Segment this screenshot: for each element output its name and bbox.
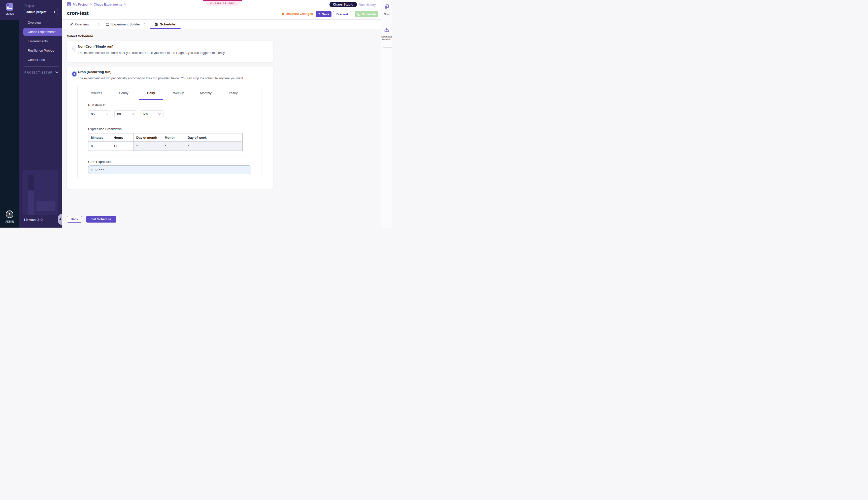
sidebar-item-chaoshubs[interactable]: ChaosHubs — [19, 55, 62, 65]
cron-tab-weekly[interactable]: Weekly — [165, 86, 192, 100]
sidebar-item-chaos-experiments[interactable]: Chaos Experiments — [23, 28, 62, 36]
cron-tab-yearly-label: Yearly — [229, 91, 238, 95]
left-rail: A ADMIN — [0, 0, 19, 228]
hour-value: 05 — [91, 112, 95, 116]
chevron-down-icon — [106, 113, 108, 115]
cron-expression-input[interactable]: 0 17 * * * — [88, 166, 251, 174]
back-label: Back — [71, 217, 78, 221]
clone-button[interactable] — [381, 4, 392, 10]
ribbon-label: CHAOS STUDIO — [210, 2, 235, 4]
non-cron-title: Non-Cron (Single run) — [78, 45, 113, 48]
cron-config-panel: Minutes Hourly Daily Weekly Monthly Year… — [77, 86, 261, 178]
breakdown-day-of-month-value: * — [134, 142, 162, 150]
tab-experiment-builder-label: Experiment Builder — [111, 22, 140, 26]
breadcrumb: My Project > Chaos Experiments > — [67, 2, 126, 6]
column-header: Day of week — [185, 134, 242, 142]
discard-label: Discard — [337, 13, 348, 16]
tab-schedule[interactable]: Schedule — [155, 20, 175, 29]
save-label: Save — [322, 13, 329, 16]
collapse-arrow-icon — [59, 218, 61, 220]
run-daily-at-label: Run daily at — [88, 103, 105, 107]
cron-expression-label: Cron Expression — [88, 160, 112, 164]
cron-expression-value: 0 17 * * * — [91, 168, 104, 172]
cron-tab-minutes-label: Minutes — [91, 91, 102, 95]
tab-schedule-label: Schedule — [160, 22, 175, 26]
cron-tab-minutes[interactable]: Minutes — [83, 86, 110, 100]
pin-icon — [318, 13, 321, 15]
sidebar-item-overview[interactable]: Overview — [19, 18, 62, 27]
cron-tab-yearly[interactable]: Yearly — [219, 86, 247, 100]
cron-tab-weekly-label: Weekly — [173, 91, 184, 95]
breadcrumb-chaos-experiments[interactable]: Chaos Experiments — [93, 2, 122, 6]
sidebar-collapse-handle[interactable] — [58, 214, 62, 225]
cron-radio[interactable] — [72, 72, 76, 76]
cron-tab-monthly[interactable]: Monthly — [192, 86, 219, 100]
divider — [88, 123, 251, 123]
schedule-button-disabled[interactable]: Schedule — [355, 11, 378, 18]
download-manifest-label: Download Manifest — [381, 35, 392, 41]
download-icon — [384, 27, 390, 33]
sidebar-item-environments[interactable]: Environments — [19, 36, 62, 46]
project-selector[interactable]: admin-project — [24, 9, 58, 15]
run-history-toggle[interactable]: Run History — [359, 3, 376, 7]
chaos-studio-ribbon: CHAOS STUDIO — [203, 0, 242, 5]
litmus-breadcrumb-icon — [67, 2, 71, 6]
cron-option-card: Cron (Recurring run) The experiment will… — [67, 67, 273, 189]
divider — [383, 47, 392, 48]
minute-select[interactable]: 00 — [114, 110, 137, 118]
meridiem-select[interactable]: PM — [140, 110, 164, 118]
chevron-down-icon — [55, 71, 58, 73]
expression-breakdown-table: Minutes Hours Day of month Month Day of … — [88, 133, 243, 151]
cron-description: The experiment will run periodically acc… — [78, 77, 244, 80]
chevron-right-icon — [54, 11, 55, 14]
page-header: My Project > Chaos Experiments > CHAOS S… — [62, 0, 381, 20]
project-setup-toggle[interactable]: PROJECT SETUP — [24, 71, 58, 74]
download-manifest-button[interactable] — [381, 27, 392, 33]
sidebar-nav: Overview Chaos Experiments Environments … — [19, 18, 62, 66]
non-cron-option-card: Non-Cron (Single run) The experiment wil… — [67, 41, 273, 62]
time-selects: 05 00 PM — [88, 110, 164, 118]
unsaved-changes-label: Unsaved Changes — [286, 12, 313, 15]
tab-overview[interactable]: Overview — [70, 20, 89, 29]
breakdown-minutes-value: 0 — [88, 142, 111, 150]
chevron-down-icon — [158, 113, 161, 115]
save-button[interactable]: Save — [316, 11, 331, 18]
clone-icon — [384, 4, 390, 10]
avatar-initial: A — [9, 213, 11, 216]
discard-button[interactable]: Discard — [333, 11, 351, 18]
chaos-studio-toggle[interactable]: Chaos Studio — [329, 2, 357, 7]
hour-select[interactable]: 05 — [88, 110, 111, 118]
admin-avatar[interactable]: A — [6, 211, 13, 218]
cron-title: Cron (Recurring run) — [78, 70, 112, 74]
breakdown-day-of-week-value: * — [185, 142, 242, 150]
litmus-logo-label: Litmus — [0, 12, 19, 15]
breakdown-month-value: * — [162, 142, 185, 150]
tab-experiment-builder[interactable]: Experiment Builder — [106, 20, 140, 29]
cron-tab-hourly-label: Hourly — [119, 91, 128, 95]
tab-overview-label: Overview — [75, 22, 89, 26]
set-schedule-button[interactable]: Set Schedule — [86, 216, 116, 223]
breadcrumb-my-project[interactable]: My Project — [73, 2, 88, 6]
rail-top: Litmus — [0, 0, 19, 20]
column-header: Day of month — [134, 134, 162, 142]
expression-breakdown-label: Expression Breakdown — [88, 127, 122, 131]
cron-tab-monthly-label: Monthly — [200, 91, 212, 95]
cron-tab-daily[interactable]: Daily — [137, 86, 165, 100]
stepper-tabbar: Overview Experiment Builder Schedule — [62, 20, 381, 29]
chaos-studio-toggle-label: Chaos Studio — [333, 3, 353, 6]
cron-tab-hourly[interactable]: Hourly — [110, 86, 137, 100]
sidebar-panel: Project admin-project Overview Chaos Exp… — [19, 0, 62, 228]
cron-frequency-tabs: Minutes Hourly Daily Weekly Monthly Year… — [78, 86, 261, 100]
breadcrumb-separator: > — [124, 2, 126, 6]
back-button[interactable]: Back — [67, 216, 82, 223]
breakdown-hours-value: 17 — [111, 142, 134, 150]
minute-value: 00 — [117, 112, 121, 116]
chevron-right-icon — [98, 22, 100, 26]
divider — [88, 156, 251, 156]
schedule-label: Schedule — [362, 13, 376, 16]
litmus-logo-icon[interactable] — [6, 3, 13, 11]
app-root: A ADMIN Litmus Project admin-project Ove… — [0, 0, 392, 228]
non-cron-radio[interactable] — [72, 47, 76, 50]
column-header: Month — [162, 134, 185, 142]
sidebar-item-resilience-probes[interactable]: Resilience Probes — [19, 46, 62, 55]
